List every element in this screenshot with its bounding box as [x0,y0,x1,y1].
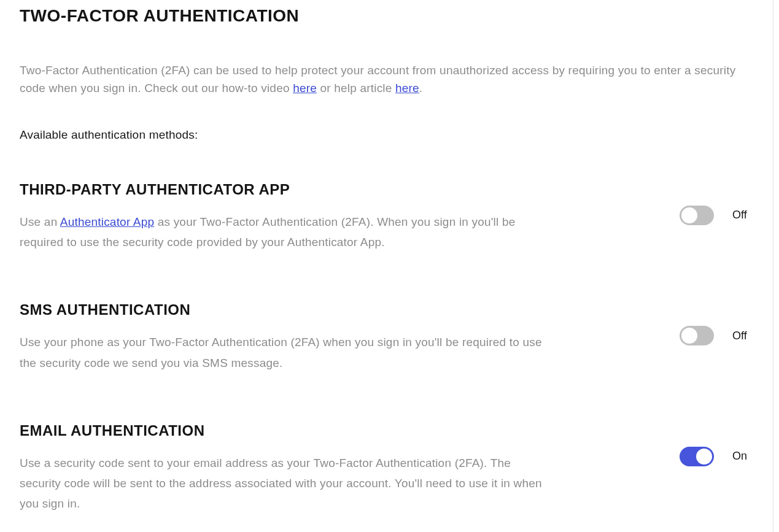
toggle-knob [681,207,697,223]
sms-toggle-label: Off [732,330,751,342]
method-email-content: EMAIL AUTHENTICATION Use a security code… [20,422,554,532]
intro-mid: or help article [317,82,395,94]
method-sms-desc: Use your phone as your Two-Factor Authen… [20,332,554,373]
available-methods-label: Available authentication methods: [20,128,753,142]
toggle-knob [681,328,697,344]
authenticator-toggle-label: Off [732,209,751,222]
method-authenticator-content: THIRD-PARTY AUTHENTICATOR APP Use an Aut… [20,181,554,253]
sms-toggle[interactable] [680,326,714,345]
method-sms: SMS AUTHENTICATION Use your phone as you… [20,301,753,373]
method-email-title: EMAIL AUTHENTICATION [20,422,554,439]
method-email-toggle-group: On [680,422,753,466]
help-article-link[interactable]: here [395,82,419,94]
authenticator-desc-prefix: Use an [20,215,60,228]
intro-suffix: . [419,82,422,94]
method-email-desc: Use a security code sent to your email a… [20,453,554,514]
email-toggle[interactable] [680,447,714,466]
method-email: EMAIL AUTHENTICATION Use a security code… [20,422,753,532]
method-authenticator-desc: Use an Authenticator App as your Two-Fac… [20,212,554,253]
method-authenticator: THIRD-PARTY AUTHENTICATOR APP Use an Aut… [20,181,753,253]
howto-video-link[interactable]: here [293,82,317,94]
toggle-knob [696,449,712,465]
method-sms-title: SMS AUTHENTICATION [20,301,554,318]
method-authenticator-title: THIRD-PARTY AUTHENTICATOR APP [20,181,554,198]
email-toggle-label: On [732,450,751,463]
method-sms-toggle-group: Off [680,301,753,345]
method-sms-content: SMS AUTHENTICATION Use your phone as you… [20,301,554,373]
page-title: TWO-FACTOR AUTHENTICATION [20,6,753,26]
settings-panel: TWO-FACTOR AUTHENTICATION Two-Factor Aut… [0,0,773,532]
method-authenticator-toggle-group: Off [680,181,753,225]
authenticator-app-link[interactable]: Authenticator App [60,215,154,228]
authenticator-toggle[interactable] [680,206,714,225]
intro-text: Two-Factor Authentication (2FA) can be u… [20,61,753,98]
